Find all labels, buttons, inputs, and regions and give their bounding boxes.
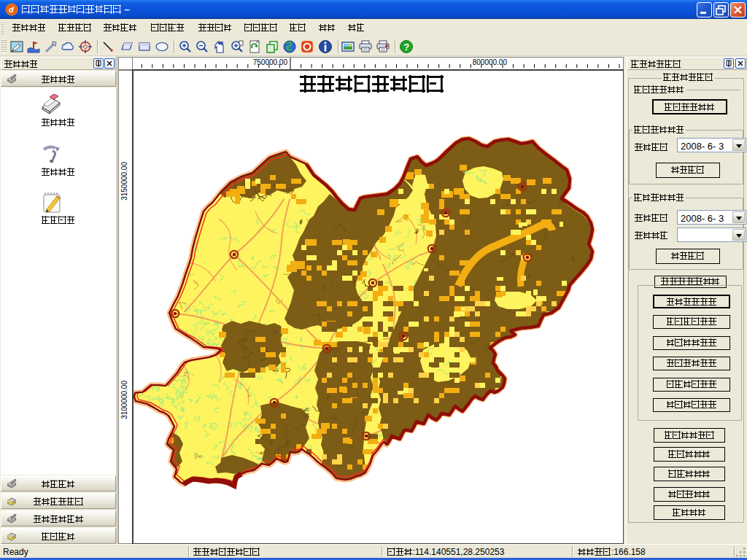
svg-text:d: d (9, 5, 14, 14)
svg-text:?: ? (403, 42, 409, 52)
